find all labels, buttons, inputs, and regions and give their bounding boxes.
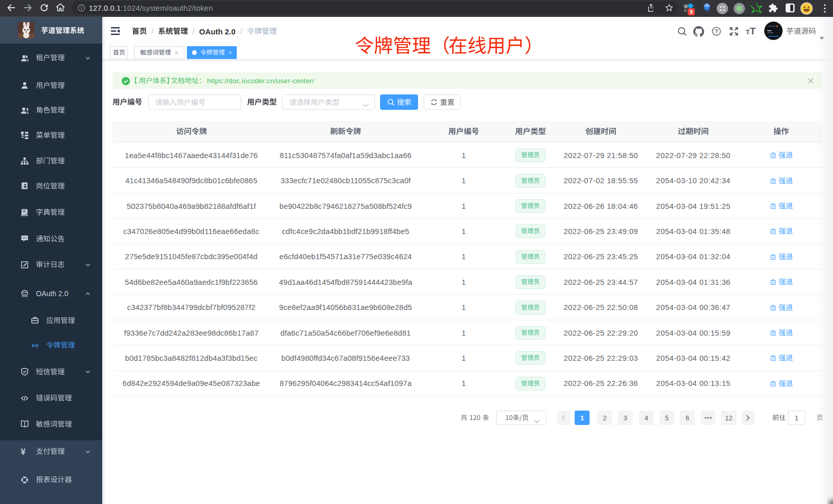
svg-text:T: T (746, 28, 750, 36)
svg-text:9: 9 (690, 9, 693, 15)
svg-text:?: ? (715, 28, 718, 34)
svg-text:T: T (750, 26, 756, 36)
